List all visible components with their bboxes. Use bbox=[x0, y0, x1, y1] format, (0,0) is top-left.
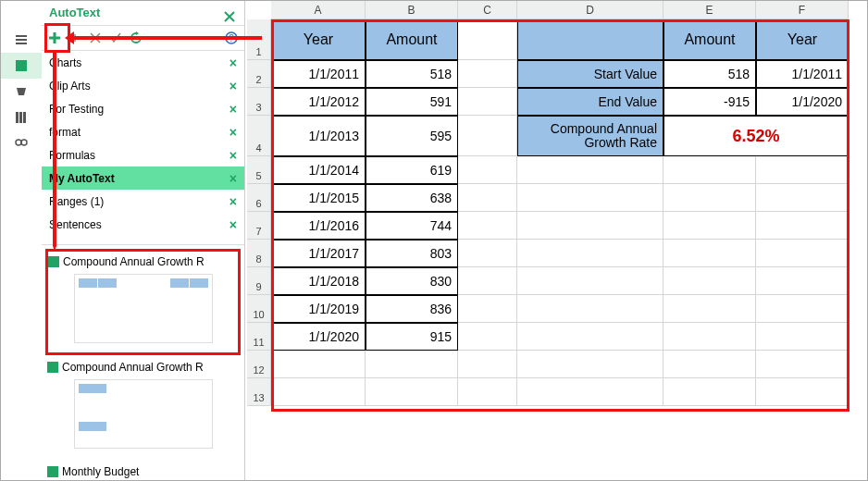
row-header[interactable]: 13 bbox=[247, 378, 271, 406]
data-year[interactable]: 1/1/2018 bbox=[271, 267, 366, 295]
cell[interactable] bbox=[517, 212, 663, 240]
cell[interactable] bbox=[517, 267, 663, 295]
cell[interactable] bbox=[756, 378, 849, 406]
data-year[interactable]: 1/1/2017 bbox=[271, 240, 366, 267]
col-header[interactable]: A bbox=[271, 1, 366, 19]
data-year[interactable]: 1/1/2012 bbox=[271, 88, 366, 116]
cell[interactable] bbox=[756, 212, 849, 240]
cell[interactable] bbox=[366, 351, 458, 378]
find-icon[interactable] bbox=[1, 130, 42, 156]
cell[interactable] bbox=[663, 184, 756, 212]
cell[interactable] bbox=[458, 60, 517, 88]
toolbar-action-3[interactable] bbox=[106, 29, 125, 47]
cell[interactable] bbox=[458, 184, 517, 212]
data-year[interactable]: 1/1/2013 bbox=[271, 116, 366, 156]
cagr-value[interactable]: 6.52% bbox=[663, 116, 849, 156]
header-amount-e[interactable]: Amount bbox=[663, 19, 756, 60]
cell[interactable] bbox=[517, 184, 663, 212]
cell[interactable] bbox=[756, 240, 849, 267]
category-item[interactable]: Clip Arts× bbox=[42, 74, 244, 97]
row-header[interactable]: 4 bbox=[247, 116, 271, 156]
cell[interactable] bbox=[517, 351, 663, 378]
cell[interactable] bbox=[663, 212, 756, 240]
cell[interactable] bbox=[458, 351, 517, 378]
cell[interactable] bbox=[663, 378, 756, 406]
cell[interactable] bbox=[271, 351, 366, 378]
col-header[interactable]: B bbox=[366, 1, 458, 19]
nav-icon[interactable] bbox=[1, 27, 42, 53]
category-item-selected[interactable]: My AutoText× bbox=[42, 166, 244, 190]
cell[interactable] bbox=[458, 19, 517, 60]
cell[interactable] bbox=[663, 240, 756, 267]
autotext-entry[interactable]: Monthly Budget bbox=[45, 460, 241, 481]
start-year[interactable]: 1/1/2011 bbox=[756, 60, 849, 88]
delete-category-icon[interactable]: × bbox=[229, 79, 237, 93]
row-header[interactable]: 10 bbox=[247, 295, 271, 323]
category-item[interactable]: format× bbox=[42, 120, 244, 143]
header-year-f[interactable]: Year bbox=[756, 19, 849, 60]
cell[interactable] bbox=[458, 212, 517, 240]
autotext-entry[interactable]: Compound Annual Growth R bbox=[45, 355, 241, 460]
row-header[interactable]: 7 bbox=[247, 212, 271, 240]
cell[interactable] bbox=[663, 295, 756, 323]
autotext-entry-highlighted[interactable]: Compound Annual Growth R bbox=[45, 249, 241, 355]
cell[interactable] bbox=[458, 378, 517, 406]
row-header[interactable]: 5 bbox=[247, 156, 271, 184]
cell[interactable] bbox=[756, 323, 849, 351]
col-header[interactable]: E bbox=[663, 1, 756, 19]
data-year[interactable]: 1/1/2020 bbox=[271, 323, 366, 351]
data-year[interactable]: 1/1/2015 bbox=[271, 184, 366, 212]
toolbar-action-2[interactable] bbox=[86, 29, 105, 47]
cell[interactable] bbox=[756, 156, 849, 184]
cell[interactable] bbox=[663, 323, 756, 351]
cell[interactable] bbox=[756, 184, 849, 212]
cell[interactable] bbox=[663, 351, 756, 378]
cell[interactable] bbox=[663, 156, 756, 184]
cell[interactable] bbox=[458, 295, 517, 323]
end-year[interactable]: 1/1/2020 bbox=[756, 88, 849, 116]
data-year[interactable]: 1/1/2016 bbox=[271, 212, 366, 240]
row-header[interactable]: 9 bbox=[247, 267, 271, 295]
cell[interactable] bbox=[366, 378, 458, 406]
category-item[interactable]: For Testing× bbox=[42, 97, 244, 120]
data-amount[interactable]: 915 bbox=[366, 323, 458, 351]
label-end-value[interactable]: End Value bbox=[517, 88, 663, 116]
row-header[interactable]: 3 bbox=[247, 88, 271, 116]
cell[interactable] bbox=[756, 267, 849, 295]
autotext-category-list[interactable]: Charts× Clip Arts× For Testing× format× … bbox=[42, 51, 244, 245]
category-item[interactable]: Sentences× bbox=[42, 213, 244, 236]
delete-category-icon[interactable]: × bbox=[229, 125, 237, 140]
data-year[interactable]: 1/1/2019 bbox=[271, 295, 366, 323]
autotext-entries[interactable]: Compound Annual Growth R Compound Annual… bbox=[42, 245, 244, 481]
category-item[interactable]: Ranges (1)× bbox=[42, 190, 244, 213]
cell[interactable] bbox=[517, 156, 663, 184]
delete-category-icon[interactable]: × bbox=[229, 56, 237, 70]
row-header[interactable]: 11 bbox=[247, 323, 271, 351]
data-amount[interactable]: 744 bbox=[366, 212, 458, 240]
workbook-icon[interactable] bbox=[1, 79, 42, 105]
data-amount[interactable]: 619 bbox=[366, 156, 458, 184]
cell[interactable] bbox=[458, 267, 517, 295]
cell[interactable] bbox=[517, 323, 663, 351]
row-header[interactable]: 1 bbox=[247, 19, 271, 60]
cell[interactable] bbox=[756, 295, 849, 323]
help-icon[interactable]: ? bbox=[222, 29, 241, 47]
cell[interactable] bbox=[517, 378, 663, 406]
row-header[interactable]: 8 bbox=[247, 240, 271, 267]
data-amount[interactable]: 518 bbox=[366, 60, 458, 88]
row-header[interactable]: 6 bbox=[247, 184, 271, 212]
cell[interactable] bbox=[663, 267, 756, 295]
row-header[interactable]: 12 bbox=[247, 351, 271, 378]
data-amount[interactable]: 830 bbox=[366, 267, 458, 295]
toolbar-action-1[interactable] bbox=[66, 29, 84, 47]
columns-icon[interactable] bbox=[1, 105, 42, 130]
cell[interactable] bbox=[458, 323, 517, 351]
refresh-icon[interactable] bbox=[127, 29, 145, 47]
category-item[interactable]: Formulas× bbox=[42, 143, 244, 166]
cell[interactable] bbox=[458, 88, 517, 116]
start-amount[interactable]: 518 bbox=[663, 60, 756, 88]
autotext-icon[interactable] bbox=[1, 53, 42, 79]
add-autotext-button[interactable] bbox=[45, 29, 64, 47]
delete-category-icon[interactable]: × bbox=[229, 148, 237, 163]
delete-category-icon[interactable]: × bbox=[229, 194, 237, 209]
